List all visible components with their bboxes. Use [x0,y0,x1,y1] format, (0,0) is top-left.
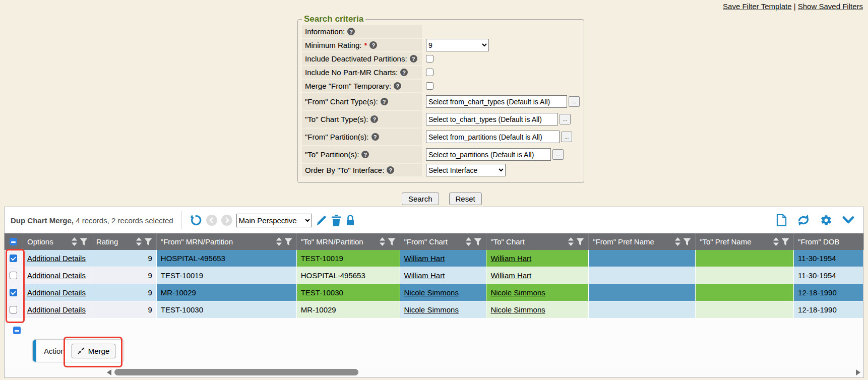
to-partitions-input[interactable] [426,148,551,161]
gear-icon[interactable] [820,214,832,226]
column-header-options[interactable]: Options [23,233,92,250]
lock-perspective-icon[interactable] [345,214,355,226]
column-header-to-chart[interactable]: "To" Chart [486,233,589,250]
merge-from-temporary-checkbox[interactable] [426,82,433,90]
from-dob-value: 11-30-1954 [794,250,863,267]
previous-perspective-icon[interactable] [206,215,217,226]
column-header-from-mrn[interactable]: "From" MRN/Partition [157,233,297,250]
show-saved-filters-link[interactable]: Show Saved Filters [798,2,863,11]
filter-icon[interactable] [80,238,88,246]
row-checkbox[interactable] [10,289,17,296]
sort-icon[interactable] [380,237,385,246]
search-button[interactable]: Search [402,193,439,205]
rating-value: 9 [92,301,157,319]
filter-icon[interactable] [781,238,789,246]
scroll-left-arrow[interactable] [107,369,111,375]
row-checkbox[interactable] [10,306,17,313]
perspective-select[interactable]: Main Perspective [236,214,312,227]
filter-icon[interactable] [284,238,292,246]
from-chart-types-picker-button[interactable]: ... [569,96,580,107]
refresh-icon[interactable] [797,214,810,226]
row-checkbox[interactable] [10,272,17,279]
additional-details-link[interactable]: Additional Details [27,271,86,280]
information-label: Information: [305,27,345,36]
to-chart-link[interactable]: William Hart [490,254,531,263]
help-icon[interactable]: ? [361,151,369,158]
sort-icon[interactable] [773,237,779,246]
filter-icon[interactable] [474,238,482,246]
column-header-from-pref-name[interactable]: "From" Pref Name [589,233,696,250]
help-icon[interactable]: ? [371,133,379,141]
sort-icon[interactable] [568,237,574,246]
filter-links: Save Filter Template | Show Saved Filter… [723,2,863,11]
select-all-footer-checkbox[interactable] [13,327,21,334]
filter-icon[interactable] [683,238,691,246]
action-panel-accent-bar [33,340,36,362]
column-header-to-pref-name[interactable]: "To" Pref Name [696,233,794,250]
criteria-row-merge-from-temporary: Merge "From" Temporary: ? [302,80,580,92]
additional-details-link[interactable]: Additional Details [27,288,86,297]
include-no-part-mr-checkbox[interactable] [426,69,433,76]
filter-icon[interactable] [144,238,152,246]
edit-perspective-icon[interactable] [316,215,327,226]
sort-icon[interactable] [675,237,680,246]
new-document-icon[interactable] [776,214,787,227]
include-deactivated-checkbox[interactable] [426,55,433,62]
sort-icon[interactable] [72,237,77,246]
help-icon[interactable]: ? [410,55,417,62]
additional-details-link[interactable]: Additional Details [27,254,86,263]
from-chart-types-input[interactable] [426,95,567,108]
to-chart-types-picker-button[interactable]: ... [560,114,571,124]
from-chart-link[interactable]: William Hart [404,254,445,263]
sort-icon[interactable] [466,237,471,246]
criteria-row-from-partitions: "From" Partition(s): ? ... [302,129,580,145]
from-mrn-value: TEST-10030 [157,301,297,319]
from-dob-value: 12-18-1990 [794,301,863,319]
minimum-rating-select[interactable]: 9 [426,39,489,51]
column-header-rating[interactable]: Rating [92,233,157,250]
from-pref-name-value [589,284,696,301]
help-icon[interactable]: ? [387,166,394,174]
sort-icon[interactable] [276,237,282,246]
filter-icon[interactable] [576,238,584,246]
column-header-to-mrn[interactable]: "To" MRN/Partition [297,233,400,250]
help-icon[interactable]: ? [347,28,355,35]
save-filter-template-link[interactable]: Save Filter Template [723,2,791,11]
to-chart-link[interactable]: Nicole Simmons [490,305,545,314]
to-chart-link[interactable]: Nicole Simmons [490,288,545,297]
select-all-checkbox[interactable] [10,238,17,245]
from-partitions-input[interactable] [426,131,560,143]
order-by-interface-select[interactable]: Select Interface [426,164,506,176]
help-icon[interactable]: ? [369,41,377,49]
to-chart-types-label: "To" Chart Type(s): [305,115,368,123]
next-perspective-icon[interactable] [221,215,232,226]
reset-button[interactable]: Reset [449,193,482,205]
from-chart-link[interactable]: Nicole Simmons [404,305,459,314]
row-checkbox[interactable] [10,255,17,262]
help-icon[interactable]: ? [400,69,408,76]
from-chart-link[interactable]: Nicole Simmons [404,288,459,297]
filter-icon[interactable] [388,238,396,246]
include-no-part-mr-label: Include No Part-MR Charts: [305,68,398,77]
merge-button[interactable]: Merge [72,344,116,358]
from-chart-link[interactable]: William Hart [404,271,445,280]
to-partitions-picker-button[interactable]: ... [552,149,564,160]
scrollbar-thumb[interactable] [114,369,358,375]
column-header-from-chart[interactable]: "From" Chart [400,233,487,250]
delete-perspective-icon[interactable] [331,215,341,226]
help-icon[interactable]: ? [394,82,401,90]
scroll-right-arrow[interactable] [856,369,860,375]
to-partitions-label: "To" Partition(s): [305,150,359,159]
additional-details-link[interactable]: Additional Details [27,305,86,314]
help-icon[interactable]: ? [370,115,378,123]
horizontal-scrollbar[interactable] [5,367,863,377]
collapse-chevron-icon[interactable] [842,216,854,224]
undo-icon[interactable] [190,214,202,226]
criteria-row-minimum-rating: Minimum Rating: * ? 9 [302,39,580,51]
column-header-from-dob[interactable]: "From" DOB [794,233,863,250]
to-chart-link[interactable]: William Hart [490,271,531,280]
from-partitions-picker-button[interactable]: ... [561,132,572,142]
to-chart-types-input[interactable] [426,113,558,125]
sort-icon[interactable] [136,237,142,246]
help-icon[interactable]: ? [381,98,388,105]
